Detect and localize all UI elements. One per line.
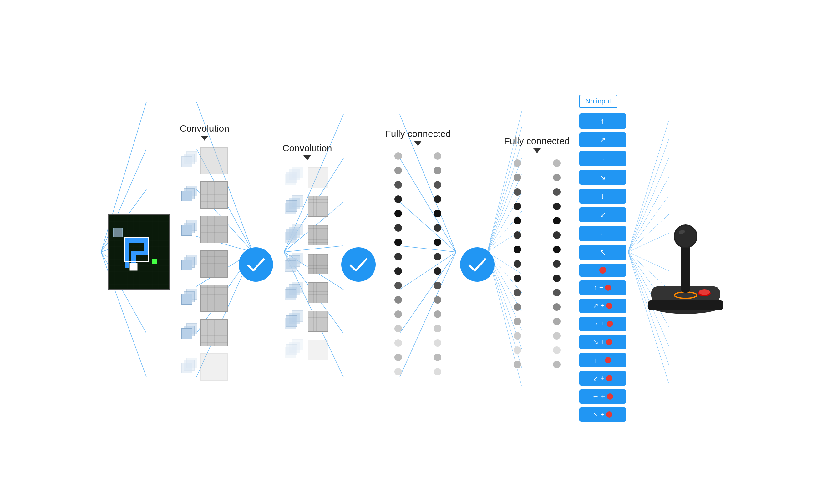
activation3	[460, 247, 495, 282]
neuron	[394, 152, 402, 160]
action-btn-down[interactable]: ↓	[579, 188, 626, 203]
fc1-neurons-right	[434, 152, 441, 376]
neuron	[434, 152, 441, 160]
neuron	[514, 188, 521, 196]
svg-point-92	[699, 289, 710, 295]
conv1-arrow	[201, 136, 208, 141]
action-btn-upright[interactable]: ↗	[579, 132, 626, 147]
neuron	[434, 354, 441, 361]
input-image	[108, 215, 170, 289]
neuron	[434, 325, 441, 332]
action-btn-fire-down[interactable]: ↓+	[579, 353, 626, 367]
conv2-row-6	[286, 310, 328, 332]
neuron	[394, 267, 402, 275]
neuron	[553, 203, 560, 210]
fc2-neuron-group	[514, 160, 560, 368]
conv2-row-4	[286, 253, 328, 275]
action-btn-downleft[interactable]: ↙	[579, 207, 626, 222]
neuron	[434, 195, 441, 203]
action-btn-fire[interactable]	[579, 264, 626, 277]
fire-dot-3	[607, 321, 613, 327]
action-btn-right[interactable]: →	[579, 151, 626, 166]
conv1-row-2	[181, 181, 228, 209]
fc1-label: Fully connected	[385, 128, 451, 139]
neuron	[553, 361, 560, 368]
neuron	[553, 332, 560, 340]
activation2-circle	[341, 247, 376, 282]
neuron	[434, 224, 441, 232]
fc2-label: Fully connected	[504, 136, 570, 146]
fc2-separator	[537, 192, 537, 336]
action-btn-up[interactable]: ↑	[579, 113, 626, 128]
fire-dot-1	[605, 285, 611, 291]
svg-rect-93	[648, 301, 723, 310]
action-btn-downright[interactable]: ↘	[579, 170, 626, 185]
output-section: No input ↑ ↗ → ↘ ↓ ↙ ← ↖ ↑+	[579, 95, 626, 422]
neuron	[514, 203, 521, 210]
neuron	[434, 167, 441, 174]
neuron	[553, 174, 560, 181]
joystick-section	[642, 211, 729, 318]
neuron	[434, 238, 441, 246]
fire-dot-2	[606, 303, 612, 309]
main-container: Convolution	[0, 0, 837, 504]
action-btn-fire-upleft[interactable]: ↖+	[579, 408, 626, 422]
conv1-row-4	[181, 250, 228, 277]
neuron	[434, 267, 441, 275]
action-btn-fire-left[interactable]: ←+	[579, 389, 626, 403]
neuron	[434, 296, 441, 304]
neuron	[514, 217, 521, 224]
fc1-neuron-group	[394, 152, 441, 376]
checkmark2-icon	[349, 257, 368, 272]
conv2-header: Convolution	[282, 143, 332, 160]
fire-dot-4	[606, 339, 612, 345]
neuron	[514, 274, 521, 282]
fire-dot-5	[605, 357, 611, 363]
fc1-neurons-left	[394, 152, 402, 376]
conv1-section: Convolution	[180, 123, 229, 381]
neuron	[434, 210, 441, 217]
conv2-row-top	[286, 167, 328, 188]
activation1	[239, 247, 273, 282]
activation1-circle	[239, 247, 273, 282]
fire-dot-7	[607, 393, 613, 400]
action-btn-upleft[interactable]: ↖	[579, 245, 626, 260]
neuron	[514, 303, 521, 311]
neuron	[434, 282, 441, 289]
neuron	[514, 361, 521, 368]
joystick-svg	[642, 211, 729, 318]
neuron	[514, 332, 521, 340]
action-btn-fire-right[interactable]: →+	[579, 317, 626, 331]
fire-icon-dot	[599, 267, 606, 274]
svg-rect-81	[130, 263, 137, 270]
neuron	[553, 231, 560, 239]
conv1-header: Convolution	[180, 123, 229, 141]
fc1-separator	[417, 186, 418, 342]
conv1-row-top	[181, 147, 228, 175]
conv2-filters	[286, 167, 328, 361]
neuron	[394, 325, 402, 332]
conv2-label: Convolution	[282, 143, 332, 154]
neuron	[434, 339, 441, 347]
neuron	[394, 195, 402, 203]
neuron	[514, 346, 521, 354]
conv1-filters	[181, 147, 228, 381]
neuron	[553, 346, 560, 354]
action-btn-fire-up[interactable]: ↑+	[579, 281, 626, 295]
fc2-section: Fully connected	[504, 136, 570, 368]
fc1-section: Fully connected	[385, 128, 451, 376]
action-btn-fire-downright[interactable]: ↘+	[579, 335, 626, 349]
action-btn-fire-downleft[interactable]: ↙+	[579, 371, 626, 385]
neuron	[394, 224, 402, 232]
action-btn-fire-upright[interactable]: ↗+	[579, 299, 626, 313]
conv1-row-bottom	[181, 353, 228, 381]
neuron	[434, 310, 441, 318]
activation3-circle	[460, 247, 495, 282]
fc2-neurons-left	[514, 160, 521, 368]
neuron	[434, 181, 441, 188]
focus-box	[124, 237, 149, 262]
conv1-row-5	[181, 285, 228, 312]
neuron	[553, 303, 560, 311]
action-btn-left[interactable]: ←	[579, 226, 626, 241]
filter-indicator	[113, 228, 123, 237]
